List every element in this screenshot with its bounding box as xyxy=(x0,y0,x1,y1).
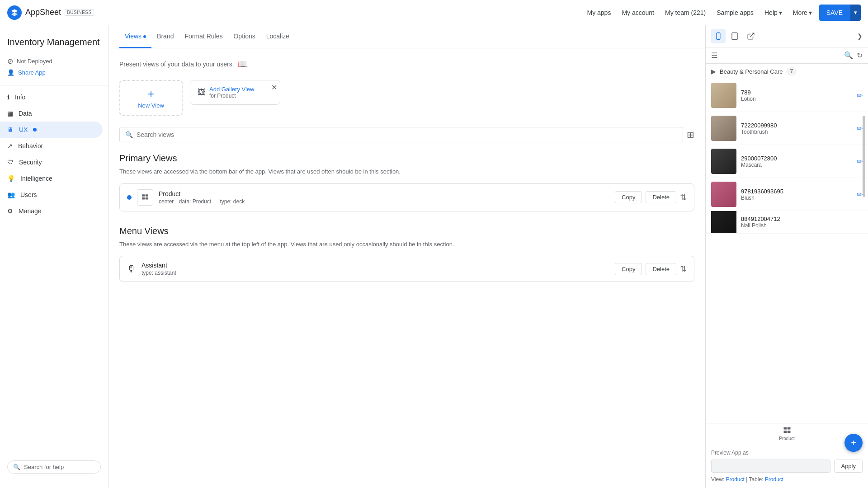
app-logo[interactable]: AppSheet BUSINESS xyxy=(7,5,94,20)
item-id: 72220099980 xyxy=(741,122,852,129)
copy-menu-view-button[interactable]: Copy xyxy=(615,263,642,275)
nav-my-account[interactable]: My account xyxy=(622,9,654,16)
tab-localize[interactable]: Localize xyxy=(261,25,295,48)
preview-product-tab[interactable]: Product xyxy=(779,426,794,441)
preview-app-as-input[interactable] xyxy=(711,460,830,473)
book-icon: 📖 xyxy=(238,59,248,69)
tablet-preview-button[interactable] xyxy=(727,29,742,43)
apply-button[interactable]: Apply xyxy=(834,460,863,473)
sidebar-item-data[interactable]: ▦ Data xyxy=(0,105,103,122)
list-item[interactable]: 884912004712 Nail Polish xyxy=(706,211,868,234)
tab-format-rules[interactable]: Format Rules xyxy=(179,25,228,48)
external-preview-button[interactable] xyxy=(744,29,758,43)
preview-search-icon[interactable]: 🔍 xyxy=(844,51,853,60)
edit-item-icon[interactable]: ✏ xyxy=(857,91,863,100)
tabs-bar: Views Brand Format Rules Options Localiz… xyxy=(108,25,705,48)
sort-handle-icon[interactable]: ⇅ xyxy=(680,192,687,202)
list-item[interactable]: 9781936093695 Blush ✏ xyxy=(706,178,868,211)
nav-my-team[interactable]: My team (221) xyxy=(665,9,706,16)
sidebar-item-ux[interactable]: 🖥 UX xyxy=(0,122,103,138)
delete-view-button[interactable]: Delete xyxy=(646,191,676,203)
item-name: Toothbrush xyxy=(741,129,852,135)
svg-rect-3 xyxy=(146,197,148,200)
add-gallery-close-icon[interactable]: ✕ xyxy=(271,83,277,92)
share-app-button[interactable]: 👤 Share App xyxy=(0,67,108,81)
grid-view-icon[interactable]: ⊞ xyxy=(687,129,694,140)
content-area: Views Brand Format Rules Options Localiz… xyxy=(108,25,705,488)
content-body: Present views of your data to your users… xyxy=(108,48,705,296)
list-item[interactable]: 72220099980 Toothbrush ✏ xyxy=(706,112,868,145)
security-icon: 🛡 xyxy=(7,159,14,166)
primary-views-title: Primary Views xyxy=(119,153,694,164)
collapse-panel-button[interactable]: ❯ xyxy=(857,33,863,40)
menu-views-title: Menu Views xyxy=(119,226,694,236)
views-tab-dot xyxy=(143,35,146,38)
search-icon: 🔍 xyxy=(13,464,20,470)
nav-help[interactable]: Help ▾ xyxy=(764,9,782,16)
preview-list: 789 Lotion ✏ 72220099980 Toothbrush ✏ xyxy=(706,79,868,234)
users-icon: 👥 xyxy=(7,191,15,198)
sidebar-item-info[interactable]: ℹ Info xyxy=(0,89,103,105)
tab-options[interactable]: Options xyxy=(228,25,260,48)
view-meta-assistant: type: assistant xyxy=(142,270,609,276)
view-meta: center data: Product type: deck xyxy=(159,198,609,205)
edit-item-icon[interactable]: ✏ xyxy=(857,157,863,166)
logo-badge: BUSINESS xyxy=(65,9,94,16)
chevron-down-icon: ▾ xyxy=(854,9,857,16)
item-id: 9781936093695 xyxy=(741,188,852,195)
svg-line-8 xyxy=(750,33,754,37)
tab-brand[interactable]: Brand xyxy=(151,25,179,48)
view-active-dot xyxy=(127,195,132,200)
nav-sample-apps[interactable]: Sample apps xyxy=(717,9,754,16)
manage-icon: ⚙ xyxy=(7,207,13,215)
sidebar: Inventory Management ⊘ Not Deployed 👤 Sh… xyxy=(0,25,108,488)
not-deployed-status[interactable]: ⊘ Not Deployed xyxy=(0,55,108,67)
view-center: center xyxy=(159,198,174,205)
sidebar-divider xyxy=(0,85,108,85)
sidebar-item-behavior[interactable]: ↗ Behavior xyxy=(0,138,103,154)
list-item[interactable]: 29000072800 Mascara ✏ xyxy=(706,145,868,178)
search-help-button[interactable]: 🔍 Search for help xyxy=(7,460,101,474)
menu-views-desc: These views are accessed via the menu at… xyxy=(119,240,694,249)
list-item[interactable]: 789 Lotion ✏ xyxy=(706,79,868,112)
item-name: Blush xyxy=(741,195,852,201)
sidebar-item-security[interactable]: 🛡 Security xyxy=(0,154,103,170)
delete-menu-view-button[interactable]: Delete xyxy=(646,263,676,275)
copy-view-button[interactable]: Copy xyxy=(615,191,642,203)
tab-views[interactable]: Views xyxy=(119,25,151,48)
sidebar-item-intelligence[interactable]: 💡 Intelligence xyxy=(0,170,103,187)
logo-text: AppSheet xyxy=(25,8,61,17)
preview-view-value[interactable]: Product xyxy=(726,476,744,483)
expand-section-icon[interactable]: ▶ xyxy=(711,68,716,75)
preview-refresh-icon[interactable]: ↻ xyxy=(857,51,863,60)
item-info: 9781936093695 Blush xyxy=(741,188,852,201)
plus-icon: + xyxy=(148,88,154,100)
edit-item-icon[interactable]: ✏ xyxy=(857,190,863,199)
preview-section-label: Beauty & Personal Care xyxy=(720,68,783,75)
item-info: 29000072800 Mascara xyxy=(741,155,852,168)
views-search-row: 🔍 ⊞ xyxy=(119,127,694,142)
svg-rect-1 xyxy=(146,194,148,197)
add-gallery-card[interactable]: ✕ 🖼 Add Gallery View for Product xyxy=(190,80,280,105)
add-gallery-info: Add Gallery View for Product xyxy=(209,86,254,99)
sort-handle-icon-2[interactable]: ⇅ xyxy=(680,264,687,274)
preview-table-value[interactable]: Product xyxy=(765,476,783,483)
sidebar-item-manage[interactable]: ⚙ Manage xyxy=(0,203,103,219)
hamburger-icon[interactable]: ☰ xyxy=(711,51,717,60)
mobile-preview-button[interactable] xyxy=(711,29,726,43)
sidebar-item-users[interactable]: 👥 Users xyxy=(0,187,103,203)
views-search: 🔍 xyxy=(119,127,683,142)
assistant-icon: 🎙 xyxy=(127,264,136,274)
nav-my-apps[interactable]: My apps xyxy=(587,9,611,16)
item-image xyxy=(711,116,736,141)
view-name-assistant: Assistant xyxy=(142,262,609,269)
view-type-icon xyxy=(137,189,153,206)
edit-item-icon[interactable]: ✏ xyxy=(857,124,863,133)
view-item-actions: Copy Delete ⇅ xyxy=(615,191,687,203)
search-views-input[interactable] xyxy=(137,131,677,138)
save-button[interactable]: SAVE xyxy=(819,5,850,21)
save-dropdown-button[interactable]: ▾ xyxy=(850,5,861,21)
new-view-card[interactable]: + New View xyxy=(119,80,183,116)
view-item-info-assistant: Assistant type: assistant xyxy=(142,262,609,276)
nav-more[interactable]: More ▾ xyxy=(793,9,812,16)
